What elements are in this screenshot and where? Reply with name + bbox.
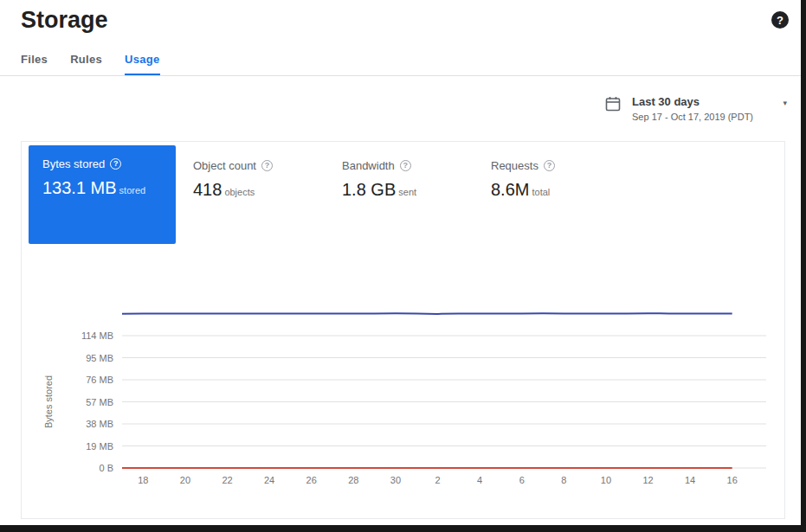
- tab-usage[interactable]: Usage: [125, 54, 160, 76]
- metric-unit: sent: [398, 187, 416, 197]
- help-icon: ?: [544, 160, 555, 171]
- usage-chart: 114 MB95 MB76 MB57 MB38 MB19 MB0 B182022…: [22, 288, 784, 513]
- x-tick-label: 26: [306, 475, 317, 485]
- x-tick-label: 28: [348, 475, 358, 485]
- date-range-text: Last 30 days Sep 17 - Oct 17, 2019 (PDT): [632, 95, 753, 122]
- metric-value: 1.8 GBsent: [342, 180, 474, 200]
- metric-title: Bandwidth ?: [342, 159, 474, 172]
- metric-card-bandwidth[interactable]: Bandwidth ? 1.8 GBsent: [325, 145, 474, 214]
- metric-unit: total: [532, 187, 550, 197]
- x-tick-label: 16: [727, 475, 738, 485]
- usage-panel: Bytes stored ? 133.1 MBstored Object cou…: [21, 141, 785, 519]
- page-header: Storage ?: [21, 7, 789, 34]
- help-icon: ?: [777, 15, 783, 26]
- x-tick-label: 24: [264, 475, 274, 485]
- tab-rules[interactable]: Rules: [70, 54, 102, 76]
- bytes-stored-line: [122, 313, 732, 314]
- tab-divider: [0, 75, 801, 76]
- chevron-down-icon: ▾: [783, 99, 787, 107]
- tab-files[interactable]: Files: [21, 54, 48, 76]
- date-range-dates: Sep 17 - Oct 17, 2019 (PDT): [632, 112, 753, 122]
- x-tick-label: 30: [390, 475, 401, 485]
- calendar-icon: [605, 96, 621, 115]
- help-icon: ?: [400, 160, 411, 171]
- x-tick-label: 6: [519, 475, 525, 485]
- y-tick-label: 19 MB: [86, 441, 113, 452]
- y-tick-label: 76 MB: [86, 375, 113, 385]
- date-range-selector[interactable]: Last 30 days Sep 17 - Oct 17, 2019 (PDT)…: [605, 95, 787, 122]
- y-tick-label: 38 MB: [86, 419, 113, 429]
- y-tick-label: 0 B: [99, 463, 113, 473]
- tab-bar: Files Rules Usage: [21, 54, 160, 76]
- x-tick-label: 4: [477, 475, 482, 485]
- metric-card-bytes-stored[interactable]: Bytes stored ? 133.1 MBstored: [29, 145, 176, 244]
- y-tick-label: 57 MB: [86, 397, 113, 407]
- x-tick-label: 2: [435, 475, 440, 485]
- help-icon: ?: [261, 160, 273, 171]
- metric-title: Requests ?: [491, 159, 622, 172]
- x-tick-label: 18: [138, 475, 148, 485]
- page-title: Storage: [21, 7, 108, 34]
- help-icon: ?: [110, 158, 121, 170]
- metric-card-object-count[interactable]: Object count ? 418objects: [176, 145, 325, 214]
- metric-value: 133.1 MBstored: [42, 178, 176, 198]
- x-tick-label: 14: [685, 475, 695, 485]
- metric-unit: objects: [224, 187, 255, 197]
- x-tick-label: 22: [222, 475, 232, 485]
- y-tick-label: 114 MB: [81, 330, 113, 341]
- storage-page: Storage ? Files Rules Usage Last 30 days…: [0, 0, 806, 532]
- metric-card-requests[interactable]: Requests ? 8.6Mtotal: [474, 145, 622, 214]
- metric-value: 8.6Mtotal: [491, 180, 622, 200]
- y-axis-title: Bytes stored: [43, 375, 54, 428]
- metric-value: 418objects: [193, 180, 325, 200]
- x-tick-label: 12: [642, 475, 653, 485]
- metric-title: Object count ?: [193, 159, 325, 172]
- x-tick-label: 8: [561, 475, 566, 485]
- metric-title: Bytes stored ?: [42, 157, 176, 170]
- metric-unit: stored: [119, 185, 146, 195]
- help-button[interactable]: ?: [771, 11, 789, 29]
- x-tick-label: 20: [180, 475, 190, 485]
- y-tick-label: 95 MB: [86, 353, 113, 363]
- date-range-label: Last 30 days: [632, 95, 753, 109]
- x-tick-label: 10: [601, 475, 611, 485]
- metrics-row: Bytes stored ? 133.1 MBstored Object cou…: [22, 142, 784, 244]
